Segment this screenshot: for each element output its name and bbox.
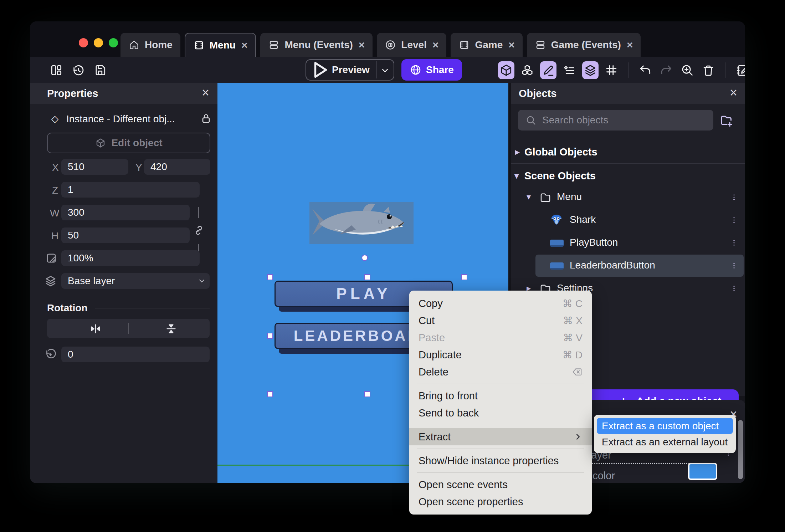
- close-properties-icon[interactable]: ×: [202, 86, 209, 99]
- flip-vertical-icon[interactable]: [165, 322, 178, 335]
- menu-item-send-to-back[interactable]: Send to back: [409, 404, 592, 421]
- history-icon[interactable]: [70, 62, 87, 78]
- sidebar-section-scene-objects[interactable]: ▾ Scene Objects: [524, 170, 596, 182]
- tab-game[interactable]: Game×: [451, 33, 522, 57]
- instances-icon[interactable]: [561, 62, 578, 78]
- resize-handle[interactable]: [364, 274, 370, 280]
- menu-item-duplicate[interactable]: Duplicate⌘ D: [409, 346, 592, 363]
- events-icon: [268, 39, 279, 51]
- kebab-menu-icon[interactable]: [730, 191, 738, 204]
- object-row-playbutton[interactable]: PlayButton: [511, 232, 745, 254]
- lock-icon[interactable]: [200, 112, 212, 125]
- preview-button[interactable]: Preview: [306, 59, 394, 81]
- cube-icon[interactable]: [498, 61, 514, 79]
- menu-item-copy[interactable]: Copy⌘ C: [409, 295, 592, 312]
- layer-select[interactable]: Base layer: [61, 273, 210, 289]
- tab-label: Level: [401, 39, 427, 51]
- kebab-menu-icon[interactable]: [730, 214, 738, 226]
- context-menu: Copy⌘ CCut⌘ XPaste⌘ VDuplicate⌘ DDeleteB…: [409, 291, 592, 515]
- cubes-icon[interactable]: [519, 62, 535, 78]
- chevron-down-icon[interactable]: ▾: [527, 192, 531, 202]
- redo-icon[interactable]: [658, 62, 674, 78]
- kebab-menu-icon[interactable]: [730, 282, 738, 295]
- background-color-swatch[interactable]: [688, 463, 717, 480]
- save-icon[interactable]: [92, 62, 108, 78]
- z-input[interactable]: 1: [61, 182, 200, 198]
- trash-icon[interactable]: [700, 62, 717, 78]
- close-tab-icon[interactable]: ×: [627, 40, 633, 50]
- panels-icon[interactable]: [48, 62, 65, 78]
- z-label: Z: [52, 185, 58, 196]
- toolbar: Preview Share: [30, 57, 745, 83]
- submenu-item-extract-as-an-external-layout[interactable]: Extract as an external layout: [597, 434, 733, 450]
- undo-icon[interactable]: [637, 62, 653, 78]
- resize-handle[interactable]: [461, 274, 467, 280]
- resize-handle[interactable]: [267, 274, 273, 280]
- object-row-menu[interactable]: ▾ Menu: [511, 186, 745, 208]
- menu-item-delete[interactable]: Delete: [409, 363, 592, 380]
- notebook-icon[interactable]: [734, 62, 745, 78]
- menu-item-label: Send to back: [419, 407, 479, 419]
- menu-item-open-scene-events[interactable]: Open scene events: [409, 476, 592, 493]
- sidebar-section-global-objects[interactable]: ▸ Global Objects: [524, 146, 597, 158]
- tab-label: Game (Events): [551, 39, 621, 51]
- rotation-handle[interactable]: [361, 255, 368, 261]
- close-tab-icon[interactable]: ×: [359, 40, 365, 50]
- grid-icon[interactable]: [603, 62, 620, 78]
- kebab-menu-icon[interactable]: [730, 236, 738, 249]
- play-icon: [306, 57, 332, 83]
- w-input[interactable]: 300: [61, 205, 190, 220]
- shortcut-label: ⌘ V: [563, 332, 583, 344]
- menu-item-cut[interactable]: Cut⌘ X: [409, 312, 592, 329]
- menu-item-show-hide-instance-properties[interactable]: Show/Hide instance properties: [409, 452, 592, 469]
- h-input[interactable]: 50: [61, 227, 190, 243]
- zoom-window-button[interactable]: [109, 38, 118, 47]
- resize-handle[interactable]: [267, 391, 273, 397]
- instance-label: Instance - Different obj...: [66, 113, 175, 125]
- tab-menu[interactable]: Menu×: [185, 33, 256, 57]
- close-tab-icon[interactable]: ×: [508, 40, 515, 50]
- tab-menu-events[interactable]: Menu (Events)×: [260, 33, 373, 57]
- opacity-input[interactable]: 100%: [61, 250, 200, 266]
- tab-label: Menu (Events): [284, 39, 353, 51]
- properties-title: Properties: [47, 88, 98, 99]
- close-tab-icon[interactable]: ×: [432, 40, 439, 50]
- object-row-shark[interactable]: Shark: [511, 209, 745, 231]
- submenu-item-extract-as-a-custom-object[interactable]: Extract as a custom object: [597, 418, 733, 434]
- tab-game-events[interactable]: Game (Events)×: [527, 33, 641, 57]
- close-window-button[interactable]: [79, 38, 88, 47]
- close-objects-icon[interactable]: ×: [730, 86, 737, 99]
- edit-object-button[interactable]: Edit object: [47, 133, 210, 153]
- menu-item-open-scene-properties[interactable]: Open scene properties: [409, 493, 592, 510]
- kebab-menu-icon[interactable]: [730, 259, 738, 272]
- pencil-icon[interactable]: [540, 61, 556, 79]
- scrollbar-thumb[interactable]: [738, 420, 743, 479]
- wh-link-line-top: [198, 207, 199, 218]
- shortcut-label: ⌘ X: [563, 315, 583, 327]
- tab-level[interactable]: Level×: [377, 33, 446, 57]
- zoomin-icon[interactable]: [679, 62, 696, 78]
- x-input[interactable]: 510: [61, 159, 128, 175]
- share-button[interactable]: Share: [401, 59, 462, 81]
- minimize-window-button[interactable]: [94, 38, 103, 47]
- tab-home[interactable]: Home: [120, 33, 180, 57]
- menu-item-paste[interactable]: Paste⌘ V: [409, 329, 592, 346]
- flip-horizontal-icon[interactable]: [89, 322, 102, 335]
- search-input[interactable]: Search objects: [518, 110, 713, 131]
- h-label: H: [51, 230, 58, 242]
- menu-item-bring-to-front[interactable]: Bring to front: [409, 387, 592, 404]
- layers-icon[interactable]: [582, 61, 599, 79]
- chevron-right-icon: ▸: [515, 147, 519, 157]
- resize-handle[interactable]: [364, 391, 370, 397]
- extract-submenu: Extract as a custom objectExtract as an …: [594, 415, 736, 453]
- chevron-down-icon[interactable]: [379, 65, 391, 76]
- object-row-leaderboardbutton[interactable]: LeaderboardButton: [511, 255, 745, 277]
- close-tab-icon[interactable]: ×: [241, 40, 248, 51]
- rotation-input[interactable]: 0: [61, 347, 210, 362]
- link-wh-icon[interactable]: [193, 224, 205, 237]
- add-folder-icon[interactable]: [719, 113, 734, 128]
- y-input[interactable]: 420: [144, 159, 210, 175]
- menu-item-extract[interactable]: Extract: [409, 428, 592, 445]
- resize-handle[interactable]: [267, 333, 273, 339]
- shark-sprite[interactable]: [309, 202, 414, 244]
